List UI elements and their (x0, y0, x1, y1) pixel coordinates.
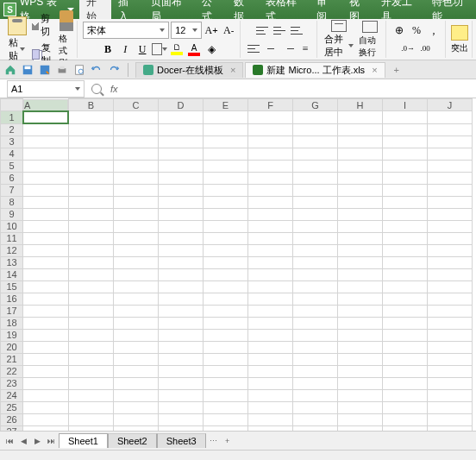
cell[interactable] (204, 256, 248, 268)
cell[interactable] (159, 196, 204, 208)
cell[interactable] (248, 135, 293, 148)
cell[interactable] (338, 208, 383, 220)
sheet-tab[interactable]: Sheet1 (59, 433, 108, 448)
cell[interactable] (383, 208, 428, 220)
column-header[interactable]: J (428, 99, 473, 111)
cell[interactable] (159, 280, 204, 293)
cell[interactable] (428, 389, 473, 401)
cell[interactable] (428, 148, 473, 160)
row-header[interactable]: 2 (1, 123, 23, 135)
decrease-decimal-button[interactable]: .00 (417, 41, 433, 56)
cell[interactable] (428, 280, 473, 293)
clear-format-button[interactable]: ◈ (204, 41, 219, 57)
row-header[interactable]: 15 (1, 280, 23, 293)
align-top-button[interactable] (254, 22, 270, 38)
cell[interactable] (23, 135, 69, 148)
cell[interactable] (383, 425, 428, 431)
cell[interactable] (204, 401, 248, 413)
cell[interactable] (338, 268, 383, 280)
row-header[interactable]: 6 (1, 172, 23, 184)
column-header[interactable]: C (114, 99, 159, 111)
cell[interactable] (114, 244, 159, 256)
cell[interactable] (248, 256, 293, 268)
cell[interactable] (159, 111, 204, 124)
cell[interactable] (383, 220, 428, 232)
row-header[interactable]: 14 (1, 268, 23, 280)
cell[interactable] (114, 341, 159, 353)
cell[interactable] (114, 232, 159, 244)
font-name-select[interactable]: 宋体 (83, 22, 169, 39)
cell[interactable] (338, 244, 383, 256)
cell[interactable] (23, 160, 69, 172)
cell[interactable] (159, 305, 204, 317)
cell[interactable] (23, 184, 69, 196)
cell[interactable] (204, 329, 248, 341)
align-right-button[interactable] (280, 41, 296, 56)
cell[interactable] (23, 123, 69, 135)
cell[interactable] (248, 317, 293, 329)
cell[interactable] (428, 413, 473, 425)
cell[interactable] (159, 365, 204, 377)
search-icon[interactable] (91, 84, 102, 94)
cell[interactable] (204, 244, 248, 256)
print-preview-button[interactable] (72, 63, 86, 77)
fx-icon[interactable]: fx (110, 84, 118, 94)
cell[interactable] (204, 425, 248, 431)
save-button[interactable] (21, 63, 34, 77)
cell[interactable] (338, 232, 383, 244)
cell[interactable] (338, 220, 383, 232)
cell[interactable] (159, 317, 204, 329)
cell[interactable] (248, 268, 293, 280)
align-bottom-button[interactable] (289, 22, 304, 38)
cell[interactable] (159, 377, 204, 389)
row-header[interactable]: 24 (1, 389, 23, 401)
cell[interactable] (383, 123, 428, 135)
cell[interactable] (383, 401, 428, 413)
cell[interactable] (248, 353, 293, 365)
cell[interactable] (114, 317, 159, 329)
increase-decimal-button[interactable]: .0→ (400, 41, 416, 56)
cell[interactable] (204, 389, 248, 401)
cell[interactable] (23, 293, 69, 305)
cell[interactable] (159, 172, 204, 184)
cell[interactable] (23, 268, 69, 280)
cell[interactable] (383, 353, 428, 365)
sheet-tab[interactable]: Sheet3 (157, 433, 206, 448)
cell[interactable] (293, 317, 338, 329)
highlight-icon[interactable] (451, 25, 468, 41)
cell[interactable] (338, 196, 383, 208)
cell[interactable] (248, 365, 293, 377)
cell[interactable] (69, 329, 114, 341)
cell[interactable] (204, 305, 248, 317)
cell[interactable] (159, 184, 204, 196)
cell[interactable] (114, 365, 159, 377)
cell[interactable] (159, 341, 204, 353)
cell[interactable] (69, 413, 114, 425)
cell[interactable] (204, 317, 248, 329)
cell[interactable] (338, 425, 383, 431)
save-as-button[interactable] (38, 63, 52, 77)
column-header[interactable]: G (293, 99, 338, 111)
cell[interactable] (69, 341, 114, 353)
cell[interactable] (383, 341, 428, 353)
align-center-button[interactable] (263, 41, 279, 56)
cell[interactable] (23, 365, 69, 377)
cell[interactable] (114, 268, 159, 280)
next-sheet-button[interactable]: ▶ (31, 435, 43, 447)
cell[interactable] (338, 305, 383, 317)
cell[interactable] (69, 196, 114, 208)
cell[interactable] (248, 389, 293, 401)
cell[interactable] (338, 172, 383, 184)
cell[interactable] (293, 160, 338, 172)
column-header[interactable]: H (338, 99, 383, 111)
cell[interactable] (428, 425, 473, 431)
cell[interactable] (159, 329, 204, 341)
row-header[interactable]: 26 (1, 413, 23, 425)
cell[interactable] (159, 389, 204, 401)
prev-sheet-button[interactable]: ◀ (17, 435, 29, 447)
cell[interactable] (293, 365, 338, 377)
align-middle-button[interactable] (272, 22, 287, 38)
cell[interactable] (248, 280, 293, 293)
row-header[interactable]: 27 (1, 425, 23, 431)
cell[interactable] (248, 184, 293, 196)
